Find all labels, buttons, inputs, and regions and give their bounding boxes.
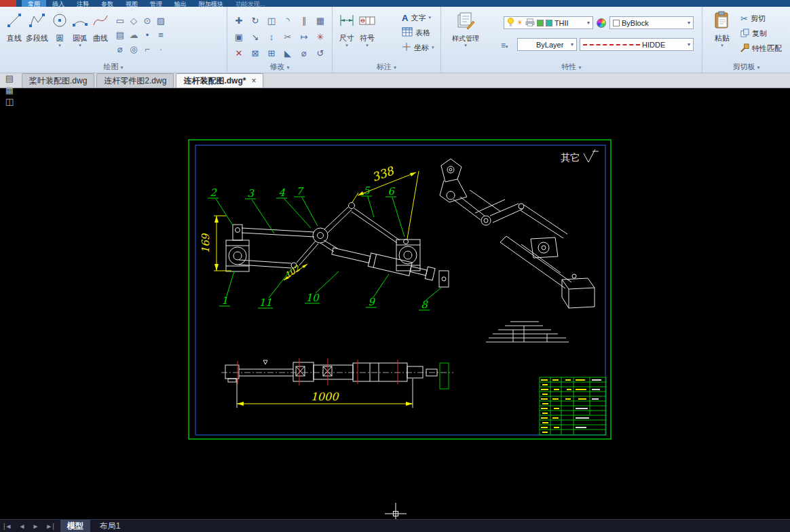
model-tab[interactable]: 模型 [60,520,90,532]
scale-icon[interactable]: ↕ [263,28,280,45]
properties-panel: 样式管理 ▾ ☀ THII ▾ ByBlock ▾ ≡▾ ByLa [441,7,702,73]
modify-panel-label[interactable]: 修改▾ [227,62,332,72]
break-icon[interactable]: ⊠ [247,45,263,61]
ribbon-tab-insert[interactable]: 插入 [46,0,71,7]
measure-icon[interactable]: ⌀ [296,45,312,61]
ribbon-tab-discover[interactable]: 功能发现... [229,0,271,7]
surface-roughness-note[interactable]: 其它 [561,149,599,163]
chamfer-icon[interactable]: ◣ [280,45,296,61]
ribbon-tab-home[interactable]: 常用 [22,0,46,7]
draw-panel-label[interactable]: 绘图▾ [0,62,227,72]
donut-icon[interactable]: ◎ [127,42,140,56]
chevron-down-icon: ▾ [120,64,123,71]
layer-dropdown[interactable]: ☀ THII ▾ [504,16,593,29]
offset-icon[interactable]: ∥ [296,12,312,28]
iso-view[interactable] [440,159,595,308]
chevron-down-icon: ▾ [428,16,431,20]
first-tab-arrow-icon[interactable]: |◄ [0,522,16,530]
callouts[interactable]: 2 3 4 7 5 6 1 11 10 9 8 [208,185,441,311]
copy-icon[interactable]: ▣ [231,28,247,45]
file-tab-rod-part[interactable]: 连杆零件图2.dwg [96,73,174,88]
paste-button[interactable]: 粘贴 ▾ [707,10,738,48]
palette-icon-3[interactable]: ◫ [5,97,14,107]
stretch-icon[interactable]: ↘ [247,28,263,45]
ribbon-tab-annotate[interactable]: 注释 [71,0,95,7]
next-tab-arrow-icon[interactable]: ► [29,522,42,530]
style-manager-button[interactable]: 样式管理 ▾ [447,10,485,48]
prev-tab-arrow-icon[interactable]: ◄ [16,522,29,530]
multiline-icon[interactable]: ≡ [154,28,168,42]
ribbon-tab-parametric[interactable]: 参数 [95,0,119,7]
arc-button[interactable]: 圆弧 ▾ [70,11,90,48]
spline-button[interactable]: 曲线 [90,11,111,44]
dimension-button[interactable]: 尺寸 ▾ [337,11,357,48]
match-properties-button[interactable]: 特性匹配 [740,42,782,55]
array-icon[interactable]: ▦ [312,12,328,28]
app-menu-icon[interactable] [0,0,16,7]
chevron-down-icon: ▾ [286,64,289,71]
trim-icon[interactable]: ✂ [280,28,296,45]
chevron-down-icon: ▾ [688,41,690,48]
erase-icon[interactable]: ✕ [231,45,247,61]
move-icon[interactable]: ✚ [231,12,247,28]
xline-icon[interactable]: ⌐ [140,42,154,56]
ribbon-tab-view[interactable]: 视图 [119,0,144,7]
copy-button[interactable]: 复制 [740,27,782,40]
polyline-button[interactable]: 多段线 [24,11,50,44]
ellipse-icon[interactable]: ⊙ [140,14,154,28]
layout1-tab[interactable]: 布局1 [93,520,128,532]
ribbon-tab-manage[interactable]: 管理 [144,0,168,7]
file-tab-rod-assembly-active[interactable]: 连杆装配图.dwg* × [176,73,263,88]
clipboard-panel-label[interactable]: 剪切板▾ [702,62,790,72]
text-icon: A [402,13,408,23]
last-tab-arrow-icon[interactable]: ►| [42,522,58,530]
front-view[interactable] [226,203,449,288]
fillet-icon[interactable]: ◝ [280,12,296,28]
gradient-icon[interactable]: ▤ [113,28,127,42]
side-view[interactable] [221,358,453,389]
point-icon[interactable]: • [140,28,154,42]
color-wheel-icon[interactable] [597,18,606,28]
cad-viewport[interactable]: 其它 [0,88,790,519]
spline-icon [92,12,109,32]
circle-button[interactable]: 圆 ▾ [50,11,70,48]
undo-icon[interactable]: ↺ [312,45,328,61]
revision-cloud-icon[interactable]: ☁ [127,28,140,42]
parts-list[interactable] [486,322,569,342]
linetype-dropdown[interactable]: ByLayer ▾ [517,38,577,51]
diameter-icon[interactable]: ⌀ [113,42,127,56]
layer-list-icon[interactable]: ≡▾ [501,41,508,50]
chevron-down-icon: ▾ [432,45,434,50]
properties-panel-label[interactable]: 特性▾ [441,62,702,72]
palette-icon-1[interactable]: ▤ [5,74,14,83]
polygon-icon[interactable]: ◇ [127,14,140,28]
join-icon[interactable]: ⊞ [263,45,280,61]
table-button[interactable]: 表格 [402,26,434,39]
linetype2-dropdown[interactable]: HIDDE ▾ [580,38,694,51]
explode-icon[interactable]: ✳ [312,28,328,45]
text-button[interactable]: A 文字 ▾ [402,12,434,24]
ribbon-tab-output[interactable]: 输出 [168,0,193,7]
rectangle-icon[interactable]: ▭ [113,14,127,28]
file-tab-propeller-assembly[interactable]: 桨叶装配图.dwg [22,73,94,88]
symbol-button[interactable]: 符号 ▾ [357,11,377,48]
palette-icon-2[interactable]: ▦ [5,86,14,95]
drawing-canvas[interactable]: 其它 [0,88,790,519]
object-color-dropdown[interactable]: ByBlock ▾ [609,16,694,29]
divide-icon[interactable]: ∙ [154,42,168,56]
annotate-panel: 尺寸 ▾ 符号 ▾ A 文字 ▾ 表格 [333,7,441,73]
line-button[interactable]: 直线 [4,11,24,44]
extend-icon[interactable]: ↦ [296,28,312,45]
cut-button[interactable]: ✂ 剪切 [740,12,782,25]
ribbon-tab-addins[interactable]: 附加模块 [193,0,229,7]
mirror-icon[interactable]: ◫ [263,12,280,28]
rotate-icon[interactable]: ↻ [247,12,263,28]
dimensions[interactable]: 338 169 102 1000 [200,164,419,408]
hatch-icon[interactable]: ▨ [154,14,168,28]
coordinate-button[interactable]: 坐标 ▾ [402,41,434,54]
title-block[interactable] [540,377,606,435]
annotate-panel-label[interactable]: 标注▾ [333,62,440,72]
callout-4: 4 [278,187,285,199]
clipboard-small-buttons: ✂ 剪切 复制 特性匹配 [740,12,782,55]
close-tab-icon[interactable]: × [251,76,256,86]
